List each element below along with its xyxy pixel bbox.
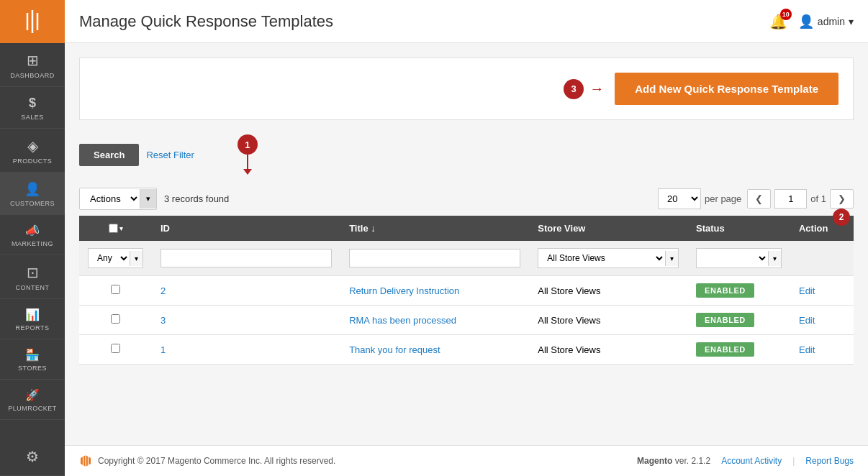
next-page-button[interactable]: ❯ bbox=[830, 189, 854, 209]
table-header-id: ID bbox=[152, 216, 340, 241]
check-chevron-icon[interactable]: ▾ bbox=[119, 225, 123, 232]
settings-icon: ⚙ bbox=[26, 448, 39, 465]
table-row: 1 Thank you for request All Store Views … bbox=[79, 335, 854, 365]
row-id-link[interactable]: 3 bbox=[161, 315, 166, 326]
products-icon: ◈ bbox=[27, 137, 38, 155]
pagination: ❮ of 1 ❯ bbox=[747, 189, 854, 209]
reset-filter-link[interactable]: Reset Filter bbox=[146, 150, 194, 160]
footer-brand-name: Magento bbox=[637, 456, 672, 466]
toolbar-row: Actions ▾ 3 records found 20 50 100 per … bbox=[79, 182, 854, 216]
row-checkbox[interactable] bbox=[111, 314, 120, 324]
notification-bell[interactable]: 🔔 10 bbox=[769, 13, 787, 30]
footer-brand: Magento ver. 2.1.2 bbox=[637, 456, 710, 466]
row-store-view-cell: All Store Views bbox=[529, 276, 687, 306]
select-all-checkbox[interactable] bbox=[109, 224, 118, 233]
filter-store-view-chevron-icon[interactable]: ▾ bbox=[665, 251, 678, 266]
footer-logo-icon bbox=[79, 454, 92, 467]
sidebar-item-plumrocket[interactable]: 🚀 PLUMROCKET bbox=[0, 380, 65, 420]
sidebar-item-sales[interactable]: $ SALES bbox=[0, 87, 65, 129]
row-check-cell bbox=[79, 306, 152, 335]
arrow-right-icon: → bbox=[589, 81, 604, 97]
per-page-wrap: 20 50 100 per page bbox=[658, 188, 741, 209]
main-area: Manage Quick Response Templates 🔔 10 👤 a… bbox=[65, 0, 868, 476]
report-bugs-link[interactable]: Report Bugs bbox=[805, 456, 854, 466]
filter-store-view-cell: All Store Views ▾ bbox=[529, 241, 687, 276]
filter-any-select[interactable]: Any bbox=[89, 249, 130, 267]
sidebar-item-reports[interactable]: 📊 REPORTS bbox=[0, 299, 65, 339]
row-id-link[interactable]: 2 bbox=[161, 285, 166, 296]
row-title-link[interactable]: Thank you for request bbox=[349, 344, 440, 355]
admin-user-menu[interactable]: 👤 admin ▾ bbox=[798, 14, 854, 29]
step1-badge: 1 bbox=[238, 134, 258, 155]
row-title-link[interactable]: RMA has been processed bbox=[349, 315, 456, 326]
table-filter-row: Any ▾ All Store Views bbox=[79, 241, 854, 276]
sidebar-item-content[interactable]: ⊡ CONTENT bbox=[0, 255, 65, 299]
edit-link[interactable]: Edit bbox=[799, 344, 815, 355]
table-row: 2 Return Delivery Instruction All Store … bbox=[79, 276, 854, 306]
edit-link[interactable]: Edit bbox=[799, 285, 815, 296]
sidebar-item-customers-label: CUSTOMERS bbox=[10, 200, 55, 207]
sidebar-item-dashboard[interactable]: ⊞ DASHBOARD bbox=[0, 43, 65, 87]
table-header-row: ▾ ID Title ↓ Store View Status Action 2 bbox=[79, 216, 854, 241]
action-bar: 3 → Add New Quick Response Template bbox=[79, 58, 854, 120]
page-input[interactable] bbox=[774, 189, 807, 209]
row-checkbox[interactable] bbox=[111, 285, 120, 294]
footer-separator: | bbox=[792, 456, 795, 466]
filter-any-wrap: Any ▾ bbox=[88, 248, 143, 268]
sidebar-item-sales-label: SALES bbox=[21, 114, 44, 121]
sidebar-item-dashboard-label: DASHBOARD bbox=[10, 72, 55, 79]
status-badge: ENABLED bbox=[696, 283, 754, 298]
filter-store-view-wrap: All Store Views ▾ bbox=[538, 248, 679, 268]
sidebar-item-settings[interactable]: ⚙ bbox=[0, 439, 65, 476]
copyright-text: Copyright © 2017 Magento Commerce Inc. A… bbox=[98, 456, 335, 466]
per-page-select[interactable]: 20 50 100 bbox=[658, 188, 701, 209]
actions-chevron-icon[interactable]: ▾ bbox=[140, 189, 156, 209]
sidebar-item-plumrocket-label: PLUMROCKET bbox=[8, 405, 57, 412]
toolbar-right: 20 50 100 per page ❮ of 1 ❯ bbox=[658, 188, 854, 209]
table-header-title: Title ↓ bbox=[340, 216, 529, 241]
table-header-status: Status bbox=[687, 216, 790, 241]
sidebar: ⊞ DASHBOARD $ SALES ◈ PRODUCTS 👤 CUSTOME… bbox=[0, 0, 65, 476]
sidebar-item-stores-label: STORES bbox=[18, 365, 47, 372]
sidebar-item-marketing-label: MARKETING bbox=[12, 240, 53, 247]
row-id-link[interactable]: 1 bbox=[161, 344, 166, 355]
filter-status-select[interactable] bbox=[697, 249, 768, 267]
filter-title-input[interactable] bbox=[349, 249, 520, 267]
sidebar-item-content-label: CONTENT bbox=[16, 284, 50, 291]
sidebar-item-customers[interactable]: 👤 CUSTOMERS bbox=[0, 173, 65, 215]
search-button[interactable]: Search bbox=[79, 144, 139, 166]
row-title-link[interactable]: Return Delivery Instruction bbox=[349, 285, 459, 296]
filter-id-input[interactable] bbox=[161, 249, 332, 267]
prev-page-button[interactable]: ❮ bbox=[747, 189, 771, 209]
admin-username: admin bbox=[818, 16, 845, 27]
edit-link[interactable]: Edit bbox=[799, 315, 815, 326]
per-page-label: per page bbox=[705, 193, 741, 204]
table-row: 3 RMA has been processed All Store Views… bbox=[79, 306, 854, 335]
filter-any-chevron-icon[interactable]: ▾ bbox=[130, 251, 143, 266]
add-new-template-button[interactable]: Add New Quick Response Template bbox=[615, 73, 838, 105]
actions-select-wrap: Actions ▾ bbox=[79, 188, 157, 210]
page-title: Manage Quick Response Templates bbox=[79, 12, 333, 31]
row-title-cell: RMA has been processed bbox=[340, 306, 529, 335]
sidebar-item-products-label: PRODUCTS bbox=[13, 157, 53, 165]
title-sort-icon[interactable]: ↓ bbox=[371, 223, 376, 234]
row-checkbox[interactable] bbox=[111, 344, 120, 353]
step2-badge: 2 bbox=[833, 209, 850, 226]
account-activity-link[interactable]: Account Activity bbox=[721, 456, 782, 466]
footer-version: ver. 2.1.2 bbox=[675, 456, 710, 466]
sidebar-item-marketing[interactable]: 📣 MARKETING bbox=[0, 215, 65, 255]
filter-store-view-select[interactable]: All Store Views bbox=[538, 249, 665, 267]
filter-status-wrap: ▾ bbox=[696, 248, 782, 268]
table-header-action: Action 2 bbox=[790, 216, 854, 241]
filter-action-cell bbox=[790, 241, 854, 276]
toolbar-left: Actions ▾ 3 records found bbox=[79, 188, 229, 210]
filter-status-chevron-icon[interactable]: ▾ bbox=[768, 251, 781, 266]
page-of-label: of 1 bbox=[810, 193, 826, 204]
sidebar-item-stores[interactable]: 🏪 STORES bbox=[0, 339, 65, 380]
row-status-cell: ENABLED bbox=[687, 335, 790, 365]
row-action-cell: Edit bbox=[790, 306, 854, 335]
sidebar-logo[interactable] bbox=[0, 0, 65, 43]
footer-right: Magento ver. 2.1.2 Account Activity | Re… bbox=[637, 456, 854, 466]
actions-select[interactable]: Actions bbox=[80, 188, 140, 209]
sidebar-item-products[interactable]: ◈ PRODUCTS bbox=[0, 129, 65, 173]
